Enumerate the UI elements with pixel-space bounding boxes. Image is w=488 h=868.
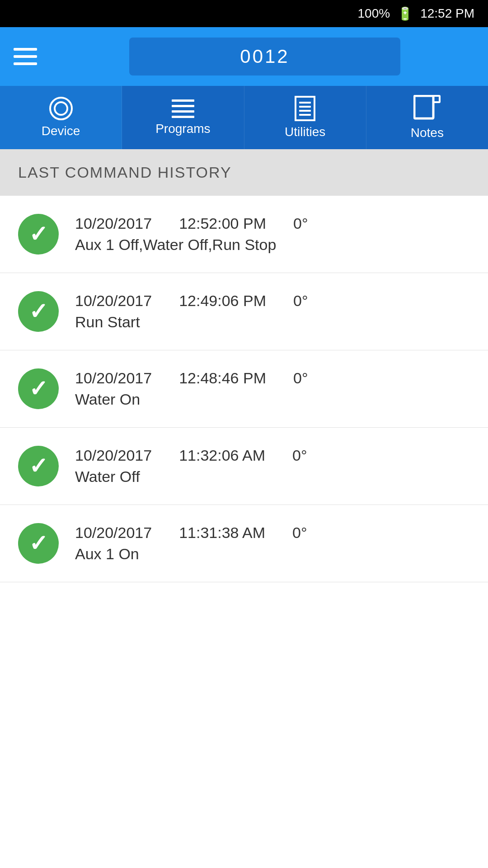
top-header: 0012 (0, 27, 488, 86)
device-icon (49, 97, 73, 120)
menu-button[interactable] (14, 48, 37, 65)
tab-notes[interactable]: Notes (366, 86, 488, 149)
history-item-content: 10/20/2017 12:48:46 PM 0° Water On (75, 369, 470, 408)
section-header: LAST COMMAND HISTORY (0, 149, 488, 196)
history-time: 12:52:00 PM (179, 215, 266, 232)
section-title: LAST COMMAND HISTORY (18, 164, 232, 181)
history-command: Run Start (75, 313, 470, 331)
history-meta: 10/20/2017 12:49:06 PM 0° (75, 292, 470, 310)
history-list: ✓ 10/20/2017 12:52:00 PM 0° Aux 1 Off,Wa… (0, 196, 488, 582)
success-indicator: ✓ (18, 291, 59, 332)
success-indicator: ✓ (18, 368, 59, 409)
success-indicator: ✓ (18, 523, 59, 564)
history-command: Water Off (75, 468, 470, 486)
history-item-content: 10/20/2017 11:32:06 AM 0° Water Off (75, 447, 470, 486)
tab-device[interactable]: Device (0, 86, 122, 149)
tab-programs-label: Programs (155, 122, 210, 136)
history-meta: 10/20/2017 12:48:46 PM 0° (75, 369, 470, 387)
history-command: Aux 1 Off,Water Off,Run Stop (75, 236, 470, 254)
history-item: ✓ 10/20/2017 11:31:38 AM 0° Aux 1 On (0, 505, 488, 582)
history-time: 11:31:38 AM (179, 524, 265, 542)
history-date: 10/20/2017 (75, 292, 152, 310)
history-time: 11:32:06 AM (179, 447, 265, 464)
status-bar: 100% 🔋 12:52 PM (0, 0, 488, 27)
checkmark-icon: ✓ (29, 300, 48, 323)
history-item: ✓ 10/20/2017 12:49:06 PM 0° Run Start (0, 273, 488, 350)
history-meta: 10/20/2017 12:52:00 PM 0° (75, 215, 470, 232)
history-item-content: 10/20/2017 12:49:06 PM 0° Run Start (75, 292, 470, 331)
history-angle: 0° (292, 447, 307, 464)
notes-icon (413, 95, 441, 122)
history-date: 10/20/2017 (75, 215, 152, 232)
history-date: 10/20/2017 (75, 447, 152, 464)
history-item: ✓ 10/20/2017 12:48:46 PM 0° Water On (0, 350, 488, 428)
checkmark-icon: ✓ (29, 223, 48, 245)
history-date: 10/20/2017 (75, 369, 152, 387)
history-item: ✓ 10/20/2017 11:32:06 AM 0° Water Off (0, 428, 488, 505)
history-angle: 0° (293, 369, 308, 387)
clock: 12:52 PM (420, 6, 474, 21)
tab-bar: Device Programs Utilities Notes (0, 86, 488, 149)
history-date: 10/20/2017 (75, 524, 152, 542)
battery-icon: 🔋 (397, 6, 413, 21)
checkmark-icon: ✓ (29, 532, 48, 555)
tab-notes-label: Notes (411, 126, 444, 140)
history-angle: 0° (293, 215, 308, 232)
history-command: Water On (75, 391, 470, 408)
success-indicator: ✓ (18, 214, 59, 255)
history-item-content: 10/20/2017 12:52:00 PM 0° Aux 1 Off,Wate… (75, 215, 470, 254)
history-meta: 10/20/2017 11:32:06 AM 0° (75, 447, 470, 464)
battery-percentage: 100% (358, 6, 390, 21)
tab-device-label: Device (42, 124, 80, 138)
success-indicator: ✓ (18, 446, 59, 486)
checkmark-icon: ✓ (29, 377, 48, 400)
device-id: 0012 (240, 46, 289, 67)
history-item: ✓ 10/20/2017 12:52:00 PM 0° Aux 1 Off,Wa… (0, 196, 488, 273)
history-time: 12:48:46 PM (179, 369, 266, 387)
tab-utilities-label: Utilities (285, 125, 325, 139)
utilities-icon (295, 96, 315, 121)
checkmark-icon: ✓ (29, 455, 48, 477)
history-time: 12:49:06 PM (179, 292, 266, 310)
history-item-content: 10/20/2017 11:31:38 AM 0° Aux 1 On (75, 524, 470, 563)
tab-programs[interactable]: Programs (122, 86, 244, 149)
history-command: Aux 1 On (75, 545, 470, 563)
history-angle: 0° (292, 524, 307, 542)
programs-icon (172, 99, 194, 118)
svg-rect-0 (414, 96, 433, 118)
device-id-box: 0012 (129, 38, 400, 75)
history-meta: 10/20/2017 11:31:38 AM 0° (75, 524, 470, 542)
history-angle: 0° (293, 292, 308, 310)
tab-utilities[interactable]: Utilities (244, 86, 366, 149)
